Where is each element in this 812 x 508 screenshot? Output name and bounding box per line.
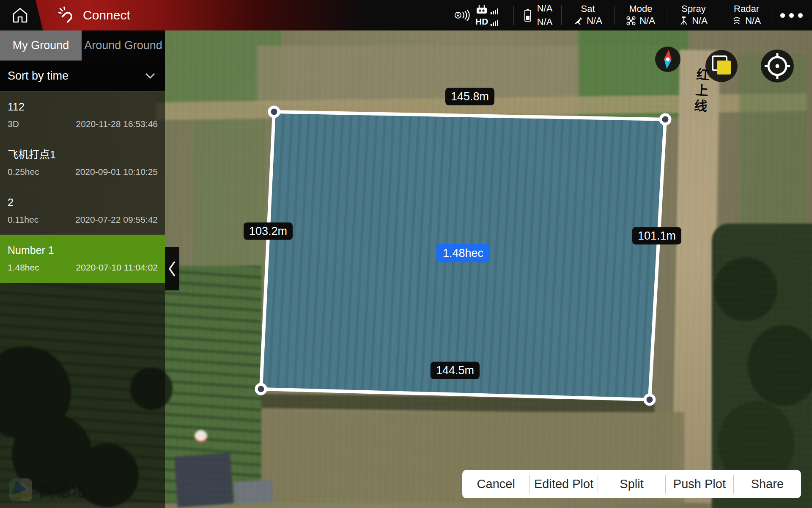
edited-plot-button[interactable]: Edited Plot: [530, 477, 597, 491]
radar-icon: [732, 16, 741, 25]
ground-list-panel: My Ground Around Ground Sort by time 112…: [0, 30, 165, 508]
battery-icon: [523, 8, 533, 22]
ground-detail: 1.48hec: [8, 263, 39, 272]
radar-value: N/A: [745, 15, 761, 26]
home-button[interactable]: [9, 4, 30, 26]
list-item[interactable]: 飞机打点1 0.25hec 2020-09-01 10:10:25: [0, 139, 165, 187]
chevron-left-icon: [167, 260, 177, 278]
connect-control[interactable]: Connect: [58, 0, 130, 30]
ground-detail: 0.11hec: [8, 215, 38, 224]
tab-my-ground[interactable]: My Ground: [0, 30, 82, 61]
ground-detail: 3D: [8, 119, 19, 128]
corner-handle-top-right[interactable]: [661, 115, 670, 124]
chevron-down-icon: [145, 72, 156, 79]
svg-text:R: R: [456, 13, 459, 18]
share-button[interactable]: Share: [734, 477, 801, 491]
rtk-signal-icon: R: [455, 8, 470, 22]
rc-signal-bars-icon: [491, 8, 498, 14]
ground-title: 2: [8, 187, 158, 208]
ground-date: 2020-07-10 11:04:02: [76, 263, 158, 272]
ground-list: 112 3D 2020-11-28 16:53:46 飞机打点1 0.25hec…: [0, 91, 165, 283]
home-icon: [11, 6, 30, 25]
corner-handle-bottom-left[interactable]: [256, 384, 266, 394]
ground-tabs: My Ground Around Ground: [0, 30, 165, 61]
more-menu-button[interactable]: [777, 13, 805, 18]
sat-status: Sat N/A: [566, 0, 610, 30]
layers-icon: [705, 50, 738, 82]
list-item[interactable]: 112 3D 2020-11-28 16:53:46: [0, 91, 165, 139]
link-quality-block: HD: [475, 5, 509, 26]
broken-link-icon: [58, 6, 76, 24]
plot-action-bar: Cancel Edited Plot Split Push Plot Share: [462, 470, 801, 498]
battery-status: N/A N/A: [518, 3, 557, 28]
drone-icon: [626, 16, 636, 25]
sort-label: Sort by time: [8, 69, 69, 83]
telemetry-status-bar: R HD: [453, 0, 805, 30]
mode-status: Mode N/A: [619, 0, 663, 30]
tab-around-ground[interactable]: Around Ground: [82, 30, 165, 61]
list-item-selected[interactable]: Number 1 1.48hec 2020-07-10 11:04:02: [0, 235, 165, 283]
ground-date: 2020-09-01 10:10:25: [75, 167, 158, 176]
battery-value-bottom: N/A: [537, 17, 553, 28]
ground-detail: 0.25hec: [8, 167, 39, 176]
satellite-dish-icon: [573, 16, 583, 25]
edge-length-left: 103.2m: [244, 223, 293, 240]
connect-label: Connect: [83, 8, 130, 22]
spray-value: N/A: [692, 15, 708, 26]
battery-value-top: N/A: [537, 3, 553, 14]
split-button[interactable]: Split: [598, 477, 665, 491]
ground-title: Number 1: [8, 235, 158, 256]
mode-value: N/A: [639, 15, 655, 26]
sort-dropdown[interactable]: Sort by time: [0, 61, 165, 91]
hd-label: HD: [475, 17, 488, 26]
push-plot-button[interactable]: Push Plot: [666, 477, 733, 491]
cancel-button[interactable]: Cancel: [462, 477, 529, 491]
hd-signal-bars-icon: [491, 20, 498, 26]
locate-me-button[interactable]: [761, 50, 794, 83]
sat-value: N/A: [587, 15, 602, 26]
sidebar-collapse-handle[interactable]: [165, 247, 179, 290]
list-item[interactable]: 2 0.11hec 2020-07-22 09:55:42: [0, 187, 165, 235]
radar-status: Radar N/A: [724, 0, 768, 30]
edge-length-bottom: 144.5m: [431, 362, 480, 379]
corner-handle-top-left[interactable]: [269, 107, 279, 116]
spray-status: Spray N/A: [672, 0, 716, 30]
edge-length-right: 101.1m: [632, 227, 681, 245]
map-layers-button[interactable]: [705, 50, 738, 82]
corner-handle-bottom-right[interactable]: [645, 395, 654, 404]
plot-area-badge: 1.48hec: [436, 244, 490, 262]
edge-length-top: 145.8m: [445, 88, 494, 105]
ground-date: 2020-07-22 09:55:42: [75, 215, 158, 224]
compass-needle-icon: [655, 47, 680, 72]
ground-title: 飞机打点1: [8, 139, 158, 160]
crosshair-icon: [761, 50, 794, 83]
sprayer-icon: [680, 16, 688, 25]
compass-button[interactable]: [655, 47, 680, 72]
top-status-bar: Connect R: [0, 0, 812, 30]
remote-controller-icon: [475, 5, 488, 14]
ground-title: 112: [8, 91, 158, 112]
ground-date: 2020-11-28 16:53:46: [76, 119, 158, 128]
